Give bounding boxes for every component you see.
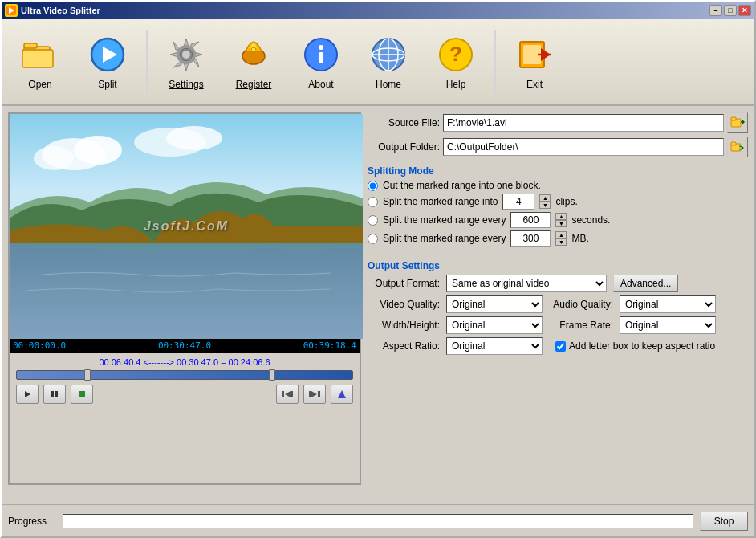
- progress-track: [63, 514, 693, 528]
- progress-section: Progress Stop: [2, 504, 754, 536]
- video-timecodes: 00:00:00.0 00:30:47.0 00:39:18.4: [10, 339, 360, 353]
- audio-quality-select[interactable]: Original: [620, 295, 716, 313]
- mb-input[interactable]: [510, 230, 551, 247]
- splitting-mode-label2: Split the marked range into: [383, 196, 498, 207]
- aspect-ratio-row: Aspect Ratio: Original Add letter box to…: [368, 337, 748, 355]
- video-background: [10, 114, 363, 339]
- output-folder-label: Output Folder:: [368, 141, 440, 153]
- svg-marker-34: [25, 391, 30, 397]
- output-folder-row: Output Folder:: [368, 137, 748, 157]
- aspect-ratio-select[interactable]: Original: [446, 337, 543, 355]
- play-button[interactable]: [16, 385, 39, 404]
- pause-button[interactable]: [43, 385, 66, 404]
- app-window: Ultra Video Splitter – □ ✕ Open: [0, 0, 756, 538]
- audio-quality-label: Audio Quality:: [549, 299, 613, 310]
- splitting-mode-title: Splitting Mode: [368, 165, 748, 177]
- splitting-mode-radio1[interactable]: [368, 181, 378, 191]
- mark-in-button[interactable]: [276, 385, 299, 404]
- splitting-mode-option1-row: Cut the marked range into one block.: [368, 180, 748, 191]
- toolbar-settings-button[interactable]: Settings: [154, 26, 218, 98]
- svg-rect-46: [731, 117, 736, 120]
- close-button[interactable]: ✕: [738, 5, 751, 16]
- splitting-mode-suffix4: MB.: [571, 233, 588, 244]
- source-file-row: Source File:: [368, 112, 748, 133]
- toolbar-help-button[interactable]: ? Help: [424, 26, 488, 98]
- width-height-select[interactable]: Original: [446, 316, 543, 334]
- about-label: About: [308, 79, 333, 90]
- svg-rect-15: [319, 52, 323, 63]
- toolbar-exit-button[interactable]: Exit: [502, 26, 567, 98]
- register-label: Register: [236, 79, 272, 90]
- splitting-mode-section: Splitting Mode Cut the marked range into…: [368, 161, 748, 249]
- stop-button[interactable]: [71, 385, 93, 404]
- source-file-label: Source File:: [368, 117, 440, 128]
- controls-area: 00:06:40.4 <-------> 00:30:47.0 = 00:24:…: [10, 353, 360, 483]
- splitting-mode-radio4[interactable]: [368, 234, 378, 244]
- splitting-mode-suffix3: seconds.: [571, 214, 610, 226]
- source-file-browse-button[interactable]: [727, 112, 748, 133]
- svg-rect-36: [55, 391, 58, 397]
- right-panel: Source File: Output Folder:: [368, 112, 748, 485]
- split-icon: [87, 34, 128, 75]
- seconds-spin: ▲ ▼: [555, 213, 567, 227]
- toolbar-register-button[interactable]: Register: [222, 26, 286, 98]
- svg-rect-35: [51, 391, 54, 397]
- toolbar-open-button[interactable]: Open: [8, 26, 72, 98]
- letterbox-label: Add letter box to keep aspect ratio: [569, 340, 715, 352]
- svg-rect-3: [24, 43, 37, 48]
- splitting-mode-label3: Split the marked range every: [383, 214, 506, 226]
- advanced-button[interactable]: Advanced...: [613, 275, 678, 292]
- output-format-label: Output Format:: [368, 278, 440, 289]
- seconds-spin-up[interactable]: ▲: [555, 213, 567, 220]
- minimize-button[interactable]: –: [709, 5, 722, 16]
- svg-point-30: [34, 146, 74, 170]
- title-bar-controls: – □ ✕: [709, 5, 751, 16]
- frame-rate-select[interactable]: Original: [620, 316, 716, 334]
- mb-spin-down[interactable]: ▼: [555, 238, 567, 246]
- stop-button[interactable]: Stop: [700, 512, 748, 531]
- splitting-mode-option4-row: Split the marked range every ▲ ▼ MB.: [368, 230, 748, 247]
- svg-rect-41: [309, 391, 311, 397]
- clips-count-input[interactable]: [502, 194, 534, 210]
- chapter-button[interactable]: [331, 385, 353, 404]
- video-quality-row: Video Quality: Original Audio Quality: O…: [368, 295, 748, 313]
- clips-spin-down[interactable]: ▼: [539, 202, 551, 209]
- clips-spin-up[interactable]: ▲: [539, 194, 551, 202]
- mark-out-button[interactable]: [303, 385, 326, 404]
- timeline-bar[interactable]: [16, 370, 353, 380]
- home-label: Home: [376, 79, 401, 90]
- output-format-select[interactable]: Same as original video: [446, 275, 607, 292]
- letterbox-row: Add letter box to keep aspect ratio: [555, 340, 715, 352]
- video-quality-select[interactable]: Original: [446, 295, 543, 313]
- toolbar-split-button[interactable]: Split: [75, 26, 140, 98]
- toolbar-home-button[interactable]: Home: [356, 26, 421, 98]
- toolbar-about-button[interactable]: About: [289, 26, 353, 98]
- timeline-handle-left[interactable]: [84, 369, 91, 381]
- timeline-handle-right[interactable]: [269, 369, 275, 381]
- home-icon: [368, 34, 409, 75]
- splitting-mode-radio2[interactable]: [368, 197, 378, 207]
- source-file-input[interactable]: [443, 114, 724, 132]
- svg-rect-43: [318, 391, 320, 397]
- splitting-mode-option3-row: Split the marked range every ▲ ▼ seconds…: [368, 212, 748, 228]
- clips-spin: ▲ ▼: [539, 194, 551, 209]
- open-label: Open: [28, 79, 51, 90]
- output-folder-browse-button[interactable]: [727, 137, 748, 157]
- mb-spin-up[interactable]: ▲: [555, 231, 567, 238]
- title-bar-left: Ultra Video Splitter: [5, 4, 100, 17]
- seconds-input[interactable]: [510, 212, 551, 228]
- letterbox-checkbox[interactable]: [555, 341, 566, 352]
- svg-rect-37: [79, 391, 85, 397]
- video-panel: JsoftJ.CoM 00:00:00.0 00:30:47.0 00:39:1…: [8, 112, 361, 485]
- settings-label: Settings: [169, 79, 203, 90]
- help-icon: ?: [435, 34, 477, 75]
- maximize-button[interactable]: □: [724, 5, 737, 16]
- splitting-mode-radio3[interactable]: [368, 215, 378, 226]
- mb-spin: ▲ ▼: [555, 231, 567, 246]
- progress-label: Progress: [8, 516, 56, 527]
- svg-marker-39: [285, 391, 291, 397]
- width-height-label: Width/Height:: [368, 320, 440, 331]
- seconds-spin-down[interactable]: ▼: [555, 220, 567, 227]
- svg-marker-42: [311, 391, 317, 397]
- output-folder-input[interactable]: [443, 138, 724, 156]
